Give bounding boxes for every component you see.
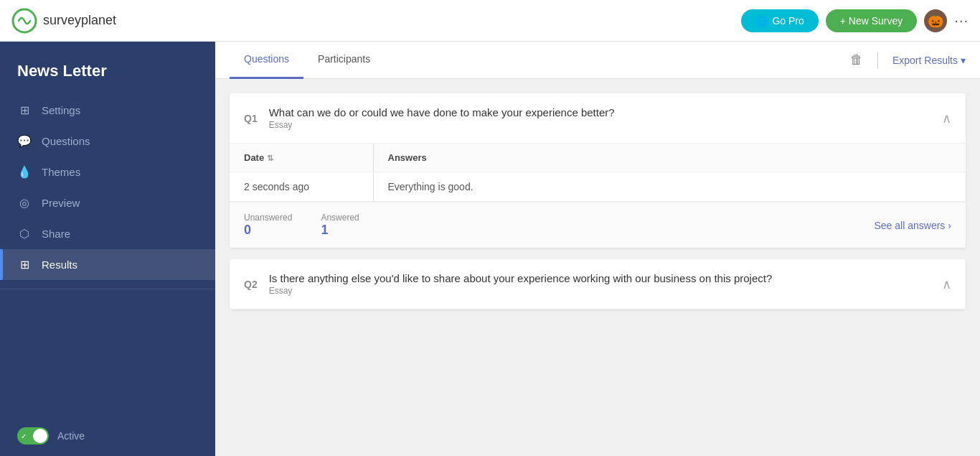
content: Questions Participants 🗑 Export Results … (215, 42, 980, 456)
question-content-q2: Is there anything else you'd like to sha… (269, 272, 942, 296)
chevron-down-icon: ▾ (961, 55, 966, 66)
sidebar-item-settings[interactable]: ⊞ Settings (0, 95, 215, 126)
delete-button[interactable]: 🗑 (850, 52, 863, 68)
sidebar-item-results[interactable]: ⊞ Results (0, 249, 215, 280)
sidebar-item-questions[interactable]: 💬 Questions (0, 126, 215, 157)
new-survey-button[interactable]: + New Survey (826, 9, 918, 32)
sidebar-item-share[interactable]: ⬡ Share (0, 218, 215, 249)
answer-date: 2 seconds ago (230, 172, 373, 202)
toggle-check-icon: ✓ (17, 432, 27, 440)
answer-text: Everything is good. (373, 172, 966, 202)
question-text-q2: Is there anything else you'd like to sha… (269, 272, 942, 284)
header-actions: 🌐 Go Pro + New Survey 🎃 ··· (741, 9, 969, 32)
avatar[interactable]: 🎃 (924, 9, 947, 32)
sidebar: News Letter ⊞ Settings 💬 Questions 💧 The… (0, 42, 215, 456)
sidebar-item-themes[interactable]: 💧 Themes (0, 157, 215, 187)
table-row: 2 seconds ago Everything is good. (230, 172, 966, 202)
export-results-button[interactable]: Export Results ▾ (892, 55, 966, 66)
chevron-right-icon: › (948, 220, 951, 231)
header: surveyplanet 🌐 Go Pro + New Survey 🎃 ··· (0, 0, 980, 42)
sidebar-item-label: Themes (42, 166, 80, 178)
logo-icon (11, 8, 37, 34)
collapse-icon-q1[interactable]: ∧ (942, 111, 951, 126)
sidebar-item-label: Preview (42, 197, 80, 209)
sidebar-item-label: Results (42, 259, 77, 271)
question-num-q2: Q2 (244, 279, 258, 290)
answered-stat: Answered 1 (321, 213, 359, 238)
question-type-q2: Essay (269, 286, 942, 296)
tab-bar-tabs: Questions Participants (230, 42, 850, 79)
date-column-header: Date ⇅ (230, 144, 373, 172)
answered-label: Answered (321, 213, 359, 223)
sort-icon[interactable]: ⇅ (267, 154, 273, 162)
answered-count: 1 (321, 223, 359, 238)
question-text-q1: What can we do or could we have done to … (269, 106, 942, 118)
question-header-q2: Q2 Is there anything else you'd like to … (230, 259, 966, 310)
content-scroll: Q1 What can we do or could we have done … (215, 79, 980, 456)
question-card-q1: Q1 What can we do or could we have done … (230, 93, 966, 248)
question-type-q1: Essay (269, 120, 942, 130)
sidebar-item-label: Settings (42, 104, 80, 116)
gopro-button[interactable]: 🌐 Go Pro (741, 9, 818, 32)
main-layout: News Letter ⊞ Settings 💬 Questions 💧 The… (0, 42, 980, 456)
answers-column-header: Answers (373, 144, 966, 172)
sidebar-item-preview[interactable]: ◎ Preview (0, 187, 215, 218)
unanswered-count: 0 (244, 223, 292, 238)
settings-icon: ⊞ (17, 103, 32, 117)
themes-icon: 💧 (17, 165, 32, 179)
active-toggle[interactable]: ✓ (17, 427, 49, 445)
toggle-knob (33, 429, 47, 443)
question-stats-q1: Unanswered 0 Answered 1 See all answers … (230, 202, 966, 248)
more-button[interactable]: ··· (954, 12, 969, 29)
question-content-q1: What can we do or could we have done to … (269, 106, 942, 130)
results-icon: ⊞ (17, 258, 32, 271)
collapse-icon-q2[interactable]: ∧ (942, 276, 951, 292)
logo: surveyplanet (11, 8, 741, 34)
sidebar-nav: ⊞ Settings 💬 Questions 💧 Themes ◎ Previe… (0, 95, 215, 416)
questions-icon: 💬 (17, 134, 32, 148)
preview-icon: ◎ (17, 196, 32, 210)
toolbar-divider (877, 52, 878, 69)
tab-bar-actions: 🗑 Export Results ▾ (850, 52, 966, 69)
answers-table-q1: Date ⇅ Answers 2 seconds ago Everything … (230, 144, 966, 202)
question-card-q2: Q2 Is there anything else you'd like to … (230, 259, 966, 310)
question-header-q1: Q1 What can we do or could we have done … (230, 93, 966, 144)
sidebar-item-label: Share (42, 228, 70, 240)
active-label: Active (57, 430, 85, 442)
see-all-answers-button[interactable]: See all answers › (875, 220, 952, 231)
question-num-q1: Q1 (244, 113, 258, 124)
unanswered-label: Unanswered (244, 213, 292, 223)
sidebar-bottom: ✓ Active (0, 416, 215, 456)
tab-questions[interactable]: Questions (230, 42, 303, 79)
tab-participants[interactable]: Participants (303, 42, 385, 79)
sidebar-title: News Letter (0, 42, 215, 95)
sidebar-item-label: Questions (42, 135, 90, 147)
logo-text: surveyplanet (43, 13, 116, 28)
unanswered-stat: Unanswered 0 (244, 213, 292, 238)
tab-bar: Questions Participants 🗑 Export Results … (215, 42, 980, 79)
gopro-icon: 🌐 (755, 15, 768, 27)
share-icon: ⬡ (17, 227, 32, 241)
